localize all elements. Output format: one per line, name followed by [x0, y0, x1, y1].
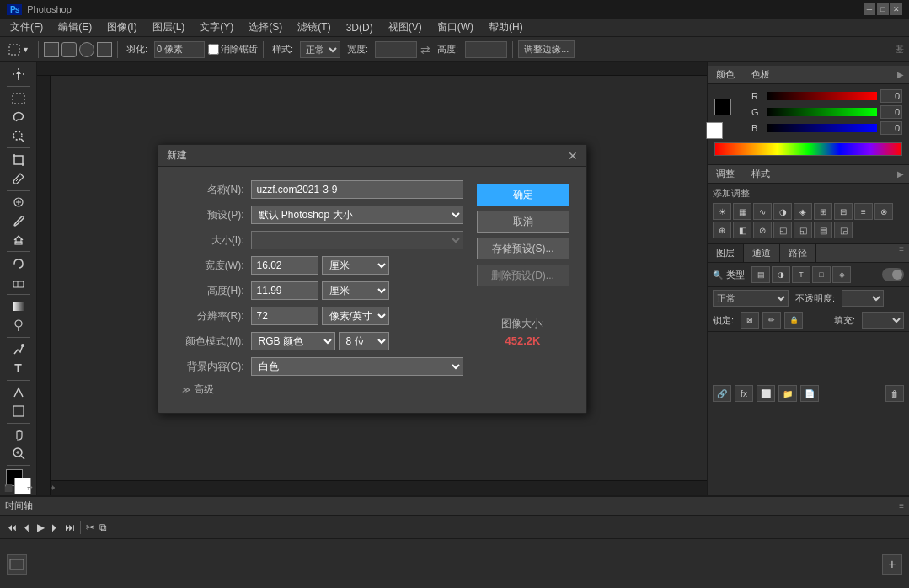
confirm-button[interactable]: 确定 — [477, 184, 569, 206]
bw-btn[interactable]: ≡ — [854, 203, 873, 220]
maximize-button[interactable]: □ — [877, 3, 889, 15]
type-tool[interactable]: T — [4, 360, 33, 377]
exposure-btn[interactable]: ◑ — [773, 203, 792, 220]
height-input[interactable] — [251, 281, 318, 300]
g-value[interactable] — [880, 105, 902, 119]
swap-colors-icon[interactable]: ⇄ — [27, 484, 33, 492]
vibrance-btn[interactable]: ◈ — [794, 203, 812, 220]
ellipse-tool[interactable] — [79, 42, 94, 57]
width-input[interactable] — [375, 41, 417, 58]
tl-play-btn[interactable]: ▶ — [37, 521, 45, 533]
lasso-tool[interactable] — [4, 109, 33, 126]
r-value[interactable] — [880, 89, 902, 103]
crop-tool[interactable] — [4, 152, 33, 168]
eraser-tool[interactable] — [4, 274, 33, 291]
channel-mix-btn[interactable]: ⊕ — [713, 222, 731, 238]
invert-btn[interactable]: ⊘ — [753, 222, 772, 238]
channels-tab[interactable]: 通道 — [744, 244, 780, 262]
color-mode-select[interactable]: RGB 颜色 — [251, 332, 335, 350]
resolution-input[interactable] — [251, 307, 318, 325]
selective-color-btn[interactable]: ◲ — [834, 222, 853, 238]
menu-image[interactable]: 图像(I) — [100, 19, 143, 36]
tl-cut-btn[interactable]: ✂ — [86, 521, 94, 533]
filter-adjustment-btn[interactable]: ◑ — [772, 266, 790, 283]
rect-tool[interactable] — [44, 42, 59, 57]
rect-select-tool[interactable] — [4, 90, 33, 107]
adjustments-tab[interactable]: 调整 — [708, 165, 743, 183]
tl-add-frame-btn[interactable]: + — [882, 554, 902, 575]
menu-view[interactable]: 视图(V) — [382, 19, 429, 36]
cancel-button[interactable]: 取消 — [477, 211, 569, 233]
tl-copy-btn[interactable]: ⧉ — [99, 521, 107, 533]
menu-text[interactable]: 文字(Y) — [193, 19, 240, 36]
size-select[interactable] — [251, 231, 463, 249]
shape-tool[interactable] — [4, 403, 33, 420]
quick-select-tool[interactable] — [4, 127, 33, 144]
delete-layer-btn[interactable]: 🗑 — [885, 385, 904, 402]
clone-stamp-tool[interactable] — [4, 231, 33, 248]
fill-select[interactable] — [862, 312, 904, 329]
blend-mode-select[interactable]: 正常 — [713, 290, 789, 307]
tl-prev-btn[interactable]: ⏴ — [22, 521, 32, 533]
menu-filter[interactable]: 滤镜(T) — [291, 19, 337, 36]
link-layers-btn[interactable]: 🔗 — [713, 385, 731, 402]
posterize-btn[interactable]: ◰ — [773, 222, 792, 238]
resolution-unit-select[interactable]: 像素/英寸 — [322, 307, 389, 325]
line-tool[interactable] — [97, 42, 112, 57]
minimize-button[interactable]: ─ — [864, 3, 875, 15]
move-tool[interactable] — [4, 66, 33, 83]
gradient-tool[interactable] — [4, 298, 33, 315]
lock-image-btn[interactable]: ✏ — [762, 312, 781, 329]
height-unit-select[interactable]: 厘米 — [322, 281, 389, 300]
default-colors-icon[interactable]: ⬛ — [4, 484, 13, 492]
gradient-map-btn[interactable]: ▤ — [814, 222, 832, 238]
name-input[interactable] — [251, 180, 463, 199]
foreground-swatch[interactable] — [714, 99, 731, 115]
filter-smart-btn[interactable]: ◈ — [832, 266, 851, 283]
color-spectrum[interactable] — [714, 142, 902, 156]
menu-edit[interactable]: 编辑(E) — [51, 19, 99, 36]
menu-layer[interactable]: 图层(L) — [146, 19, 192, 36]
selection-tool-btn[interactable]: ▼ — [5, 42, 33, 57]
antialias-checkbox[interactable] — [208, 44, 219, 55]
brush-tool[interactable] — [4, 212, 33, 229]
pen-tool[interactable] — [4, 341, 33, 358]
dialog-close-button[interactable]: ✕ — [568, 149, 578, 163]
menu-help[interactable]: 帮助(H) — [482, 19, 530, 36]
timeline-menu[interactable]: ≡ — [899, 501, 904, 510]
filter-pixel-btn[interactable]: ▤ — [751, 266, 770, 283]
preset-select[interactable]: 默认 Photoshop 大小 — [251, 206, 463, 224]
new-layer-btn[interactable]: 📄 — [800, 385, 819, 402]
width-unit-select[interactable]: 厘米 — [322, 256, 389, 275]
layers-tab[interactable]: 图层 — [708, 244, 744, 262]
tl-next-btn[interactable]: ⏵ — [50, 521, 60, 533]
color-lookup-btn[interactable]: ◧ — [733, 222, 751, 238]
adjust-edges-button[interactable]: 调整边缘... — [518, 40, 575, 58]
swatches-tab[interactable]: 色板 — [743, 66, 778, 83]
layers-panel-menu[interactable]: ≡ — [894, 244, 909, 262]
background-swatch[interactable] — [706, 122, 723, 139]
advanced-label[interactable]: 高级 — [194, 382, 214, 397]
color-bit-select[interactable]: 8 位 — [339, 332, 389, 350]
threshold-btn[interactable]: ◱ — [794, 222, 812, 238]
add-mask-btn[interactable]: ⬜ — [757, 385, 775, 402]
hue-sat-btn[interactable]: ⊞ — [814, 203, 832, 220]
lock-transparent-btn[interactable]: ⊠ — [741, 312, 759, 329]
history-brush-tool[interactable] — [4, 255, 33, 272]
lock-position-btn[interactable]: 🔒 — [784, 312, 803, 329]
menu-window[interactable]: 窗口(W) — [430, 19, 480, 36]
opacity-select[interactable] — [842, 290, 884, 307]
delete-preset-button[interactable]: 删除预设(D)... — [477, 265, 569, 286]
levels-btn[interactable]: ▦ — [733, 203, 751, 220]
width-input[interactable] — [251, 256, 318, 275]
close-window-button[interactable]: ✕ — [890, 3, 902, 15]
background-select[interactable]: 白色 — [251, 357, 463, 376]
menu-3d[interactable]: 3D(D) — [340, 20, 380, 35]
color-tab[interactable]: 颜色 — [708, 66, 743, 83]
brightness-btn[interactable]: ☀ — [713, 203, 731, 220]
menu-file[interactable]: 文件(F) — [3, 19, 50, 36]
path-select-tool[interactable] — [4, 384, 33, 401]
styles-tab[interactable]: 样式 — [743, 165, 778, 183]
filter-type-btn[interactable]: T — [792, 266, 810, 283]
b-value[interactable] — [880, 121, 902, 135]
